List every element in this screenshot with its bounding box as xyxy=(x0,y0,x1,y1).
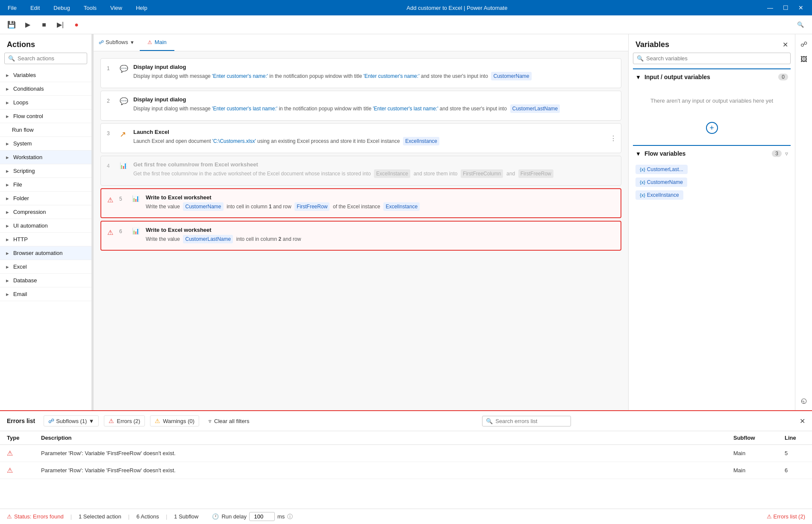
menu-view[interactable]: View xyxy=(108,3,125,13)
step-body: Get first free column/row from Excel wor… xyxy=(133,161,615,178)
action-group-uiautomation[interactable]: ► UI automation xyxy=(0,219,91,233)
action-group-file[interactable]: ► File xyxy=(0,178,91,192)
error-row-1[interactable]: ⚠ Parameter 'Row': Variable 'FirstFreeRo… xyxy=(0,445,812,462)
errors-list-link[interactable]: ⚠ Errors list (2) xyxy=(767,513,805,520)
search-input[interactable] xyxy=(18,55,83,62)
run-button[interactable]: ▶ xyxy=(21,18,34,31)
action-group-system[interactable]: ► System xyxy=(0,137,91,151)
chevron-icon: ► xyxy=(5,169,10,174)
variable-chip-excelinstance[interactable]: {x} ExcelInstance xyxy=(635,190,683,200)
action-group-database[interactable]: ► Database xyxy=(0,274,91,287)
action-group-email[interactable]: ► Email xyxy=(0,287,91,301)
io-variables-header[interactable]: ▼ Input / output variables 0 xyxy=(633,69,791,85)
toolbar-search[interactable]: 🔍 xyxy=(794,18,807,31)
image-icon[interactable]: 🖼 xyxy=(797,53,810,66)
flow-variables-header[interactable]: ▼ Flow variables 3 ▿ xyxy=(633,146,791,161)
action-group-label: Compression xyxy=(13,209,46,215)
error-icon: ⚠ xyxy=(109,417,114,424)
action-group-workstation[interactable]: ► Workstation xyxy=(0,151,91,164)
subflows-filter-button[interactable]: ☍ Subflows (1) ▼ xyxy=(44,415,99,426)
action-group-label: Workstation xyxy=(13,154,42,160)
action-group-loops[interactable]: ► Loops xyxy=(0,96,91,110)
maximize-button[interactable]: ☐ xyxy=(780,2,791,14)
action-group-label: Flow control xyxy=(13,113,43,119)
actions-search-box[interactable]: 🔍 xyxy=(4,53,87,64)
error-row-2[interactable]: ⚠ Parameter 'Row': Variable 'FirstFreeRo… xyxy=(0,462,812,479)
run-delay-box: 🕐 Run delay ms ⓘ xyxy=(212,512,293,521)
action-group-conditionals[interactable]: ► Conditionals xyxy=(0,82,91,96)
error-desc-1: Parameter 'Row': Variable 'FirstFreeRow'… xyxy=(34,445,727,462)
app-body: 💾 ▶ ■ ▶| ● 🔍 Actions 🔍 ► Variables ► Con… xyxy=(0,15,812,524)
status-text: Status: Errors found xyxy=(14,513,64,520)
info-icon[interactable]: ⓘ xyxy=(287,513,293,521)
action-group-label: Folder xyxy=(13,195,29,201)
variables-search-box[interactable]: 🔍 xyxy=(633,53,791,64)
variables-search-input[interactable] xyxy=(646,55,787,62)
action-group-scripting[interactable]: ► Scripting xyxy=(0,164,91,178)
step-button[interactable]: ▶| xyxy=(54,18,67,31)
menu-edit[interactable]: Edit xyxy=(28,3,42,13)
error-line-2: 6 xyxy=(778,462,812,479)
flow-step-5[interactable]: ⚠ 5 📊 Write to Excel worksheet Write the… xyxy=(100,188,621,218)
menu-help[interactable]: Help xyxy=(133,3,150,13)
action-group-excel[interactable]: ► Excel xyxy=(0,260,91,274)
error-subflow-1: Main xyxy=(727,445,778,462)
tab-subflows[interactable]: ☍ Subflows ▼ xyxy=(94,34,140,51)
save-button[interactable]: 💾 xyxy=(5,18,18,31)
action-group-runflow[interactable]: Run flow xyxy=(0,123,91,137)
step-menu-icon[interactable]: ⋮ xyxy=(610,134,617,142)
action-group-label: Scripting xyxy=(13,168,35,174)
variable-chip-customername[interactable]: {x} CustomerName xyxy=(635,178,687,187)
stop-button[interactable]: ■ xyxy=(38,18,50,31)
errors-search-box[interactable]: 🔍 xyxy=(482,416,571,426)
errors-header: Errors list ☍ Subflows (1) ▼ ⚠ Errors (2… xyxy=(0,411,812,431)
add-variable-area[interactable]: + xyxy=(633,122,791,134)
record-button[interactable]: ● xyxy=(70,18,83,31)
error-type-icon: ⚠ xyxy=(7,450,13,457)
flow-step-6[interactable]: ⚠ 6 📊 Write to Excel worksheet Write the… xyxy=(100,221,621,251)
menu-tools[interactable]: Tools xyxy=(81,3,99,13)
errors-close-button[interactable]: ✕ xyxy=(800,417,805,425)
variables-close-button[interactable]: ✕ xyxy=(783,41,788,49)
close-button[interactable]: ✕ xyxy=(795,2,807,14)
clear-filters-label: Clear all filters xyxy=(214,418,249,424)
menu-file[interactable]: File xyxy=(5,3,19,13)
collapse-icon: ▼ xyxy=(635,151,641,157)
flow-step-2[interactable]: 2 💬 Display input dialog Display input d… xyxy=(100,91,621,121)
add-variable-button[interactable]: + xyxy=(706,122,718,134)
flow-step-1[interactable]: 1 💬 Display input dialog Display input d… xyxy=(100,58,621,88)
menu-bar[interactable]: File Edit Debug Tools View Help xyxy=(5,3,150,13)
variable-chip-customerlast[interactable]: {x} CustomerLast... xyxy=(635,165,688,174)
menu-debug[interactable]: Debug xyxy=(51,3,72,13)
filter-icon[interactable]: ▿ xyxy=(785,150,788,157)
action-group-http[interactable]: ► HTTP xyxy=(0,233,91,246)
errors-search-input[interactable] xyxy=(495,418,567,424)
toolbar: 💾 ▶ ■ ▶| ● 🔍 xyxy=(0,15,812,34)
run-delay-input[interactable] xyxy=(249,512,275,521)
tab-main[interactable]: ⚠ Main xyxy=(140,34,174,51)
action-group-label: Run flow xyxy=(12,127,34,133)
errors-filter-button[interactable]: ⚠ Errors (2) xyxy=(104,415,145,426)
action-group-compression[interactable]: ► Compression xyxy=(0,205,91,219)
main-label: Main xyxy=(155,39,167,45)
flow-step-3[interactable]: 3 ↗ Launch Excel Launch Excel and open d… xyxy=(100,123,621,153)
step-title: Write to Excel worksheet xyxy=(146,194,615,201)
action-group-variables[interactable]: ► Variables xyxy=(0,68,91,82)
action-group-browser[interactable]: ► Browser automation xyxy=(0,246,91,260)
flow-variables-list: {x} CustomerLast... {x} CustomerName {x}… xyxy=(633,161,791,203)
action-group-folder[interactable]: ► Folder xyxy=(0,192,91,205)
status-separator-1: | xyxy=(71,513,72,520)
action-group-flowcontrol[interactable]: ► Flow control xyxy=(0,110,91,123)
errors-panel-title: Errors list xyxy=(7,417,35,424)
errors-table: Type Description Subflow Line ⚠ Paramete… xyxy=(0,431,812,509)
action-group-label: Database xyxy=(13,277,37,284)
window-controls[interactable]: — ☐ ✕ xyxy=(764,2,807,14)
minimize-button[interactable]: — xyxy=(764,2,776,14)
eraser-icon[interactable]: ◵ xyxy=(797,394,810,407)
step-description: Launch Excel and open document 'C:\Custo… xyxy=(133,137,615,145)
status-separator-3: | xyxy=(166,513,167,520)
layers-icon[interactable]: ☍ xyxy=(797,38,810,50)
flow-step-4[interactable]: 4 📊 Get first free column/row from Excel… xyxy=(100,156,621,186)
clear-filters-button[interactable]: ▿ Clear all filters xyxy=(204,416,253,426)
warnings-filter-button[interactable]: ⚠ Warnings (0) xyxy=(150,415,199,426)
